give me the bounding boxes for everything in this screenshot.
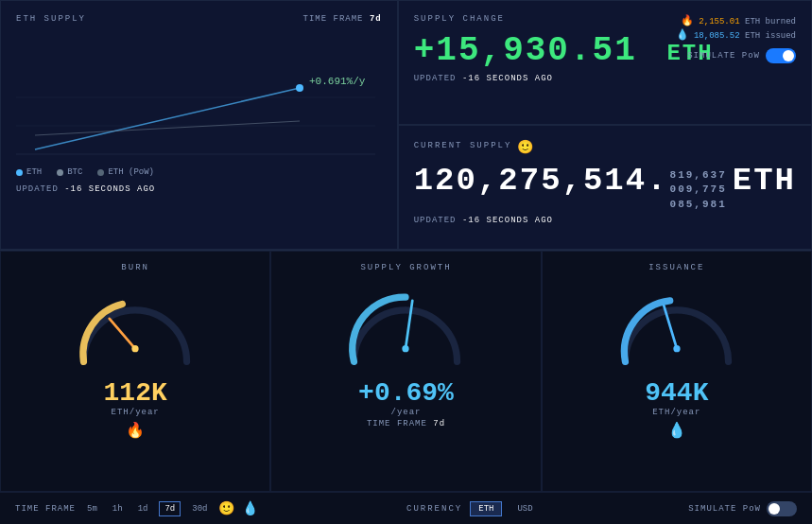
simulate-toolbar-toggle[interactable]: [767, 501, 797, 516]
burn-gauge-value: 112K: [104, 378, 167, 408]
currency-eth-btn[interactable]: ETH: [470, 501, 502, 516]
simulate-pow-row: SIMULATE PoW: [676, 48, 796, 63]
current-supply-panel: CURRENT SUPPLY 🙂 120,275,514. 819,637 00…: [398, 125, 812, 250]
legend-btc-dot: [57, 169, 63, 176]
legend-btc: BTC: [57, 167, 82, 177]
timeframe-value: 7d: [370, 14, 382, 24]
burn-gauge-icon: 🔥: [126, 421, 145, 440]
burn-amount: 2,155.01: [699, 17, 739, 26]
issuance-title: ISSUANCE: [648, 263, 704, 272]
current-supply-value: 120,275,514. 819,637 009,775 085,981 ETH: [414, 163, 796, 212]
timeframe-label: TIME FRAME: [302, 14, 363, 24]
supply-main-digits: 120,275,514.: [414, 163, 668, 199]
svg-point-10: [403, 345, 409, 352]
timeframe-toolbar-label: TIME FRAME: [15, 504, 76, 514]
eth-supply-panel: ETH SUPPLY TIME FRAME 7d: [0, 0, 398, 250]
legend-eth-pow: ETH (PoW): [97, 167, 154, 177]
current-supply-title: CURRENT SUPPLY: [414, 141, 512, 150]
supply-growth-unit: /year: [390, 408, 421, 417]
timeframe-section: TIME FRAME 5m 1h 1d 7d 30d 🙂 💧: [15, 500, 258, 516]
burn-gauge-unit: ETH/year: [112, 408, 160, 417]
issued-row: 💧 18,085.52 ETH issued: [676, 28, 796, 41]
emoji-btn-2[interactable]: 💧: [242, 500, 258, 516]
svg-line-4: [35, 121, 300, 135]
chart-svg: +0.691%/y: [16, 31, 375, 164]
issuance-gauge-value: 944K: [645, 378, 708, 408]
eth-supply-timeframe: TIME FRAME 7d: [302, 14, 381, 24]
current-supply-updated: UPDATED -16 SECONDS AGO: [414, 216, 796, 225]
tf-btn-7d[interactable]: 7d: [159, 501, 181, 516]
burn-gauge-panel: BURN 112K ETH/year 🔥: [0, 251, 270, 492]
tf-btn-5m[interactable]: 5m: [83, 502, 101, 515]
simulate-section: SIMULATE PoW: [688, 501, 797, 516]
simulate-toolbar-label: SIMULATE PoW: [688, 504, 761, 514]
burn-gauge-container: [60, 280, 211, 375]
supply-change-updated: UPDATED -16 SECONDS AGO: [414, 74, 796, 83]
svg-point-12: [673, 345, 680, 352]
issued-label: ETH issued: [745, 31, 796, 41]
legend-eth-pow-dot: [97, 169, 104, 176]
issued-amount: 18,085.52: [694, 31, 740, 41]
issuance-gauge-panel: ISSUANCE 944K ETH/year 💧: [542, 251, 812, 492]
dashboard: ETH SUPPLY TIME FRAME 7d: [0, 0, 812, 524]
currency-label: CURRENCY: [406, 504, 462, 514]
eth-supply-updated: UPDATED -16 SECONDS AGO: [16, 184, 382, 194]
supply-growth-title: SUPPLY GROWTH: [360, 263, 451, 272]
supply-change-panel: SUPPLY CHANGE 🔥 2,155.01 ETH burned 💧 18…: [398, 0, 812, 125]
burn-row: 🔥 2,155.01 ETH burned: [676, 14, 796, 26]
supply-growth-timeframe: TIME FRAME 7d: [367, 419, 445, 428]
eth-supply-chart: +0.691%/y: [16, 31, 382, 164]
current-supply-title-row: CURRENT SUPPLY 🙂: [414, 139, 796, 155]
supply-growth-gauge-container: [330, 280, 481, 375]
svg-point-8: [132, 345, 139, 352]
burn-gauge-svg: [60, 280, 211, 375]
supply-growth-gauge-svg: [330, 280, 481, 375]
emoji-btn-1[interactable]: 🙂: [218, 500, 234, 516]
svg-line-7: [110, 319, 135, 349]
burn-gauge-title: BURN: [121, 263, 149, 272]
supply-unit: ETH: [733, 163, 796, 199]
tf-btn-1d[interactable]: 1d: [134, 502, 152, 515]
bottom-toolbar: TIME FRAME 5m 1h 1d 7d 30d 🙂 💧 CURRENCY …: [0, 492, 812, 524]
simulate-toolbar-toggle-knob: [769, 503, 780, 515]
burn-label: ETH burned: [745, 17, 796, 26]
svg-text:+0.691%/y: +0.691%/y: [309, 76, 366, 87]
issuance-gauge-icon: 💧: [667, 421, 686, 440]
bottom-section: BURN 112K ETH/year 🔥 SUPPLY GROWTH: [0, 251, 812, 524]
burn-issued-info: 🔥 2,155.01 ETH burned 💧 18,085.52 ETH is…: [676, 14, 796, 63]
tf-btn-30d[interactable]: 30d: [188, 502, 211, 515]
tf-btn-1h[interactable]: 1h: [109, 502, 127, 515]
simulate-label: SIMULATE PoW: [687, 51, 760, 61]
currency-usd-btn[interactable]: USD: [510, 502, 540, 515]
chart-legend: ETH BTC ETH (PoW): [16, 167, 382, 177]
legend-eth-pow-label: ETH (PoW): [108, 167, 154, 177]
top-row: ETH SUPPLY TIME FRAME 7d: [0, 0, 812, 251]
legend-eth-label: ETH: [26, 167, 42, 177]
currency-section: CURRENCY ETH USD: [406, 501, 541, 516]
supply-growth-value: +0.69%: [358, 378, 454, 408]
toggle-knob: [783, 50, 794, 61]
legend-btc-label: BTC: [67, 167, 82, 177]
legend-eth-dot: [16, 169, 23, 176]
issuance-gauge-container: [601, 280, 752, 375]
right-panels: SUPPLY CHANGE 🔥 2,155.01 ETH burned 💧 18…: [398, 0, 812, 250]
svg-point-5: [296, 84, 303, 92]
supply-small-digits: 819,637 009,775 085,981: [670, 168, 727, 212]
supply-growth-gauge-panel: SUPPLY GROWTH +0.69% /year TIME FRAME 7d: [270, 251, 541, 492]
issuance-gauge-svg: [601, 280, 752, 375]
issuance-gauge-unit: ETH/year: [652, 408, 700, 417]
simulate-toggle[interactable]: [766, 48, 796, 63]
legend-eth: ETH: [16, 167, 42, 177]
supply-emoji: 🙂: [517, 139, 533, 155]
